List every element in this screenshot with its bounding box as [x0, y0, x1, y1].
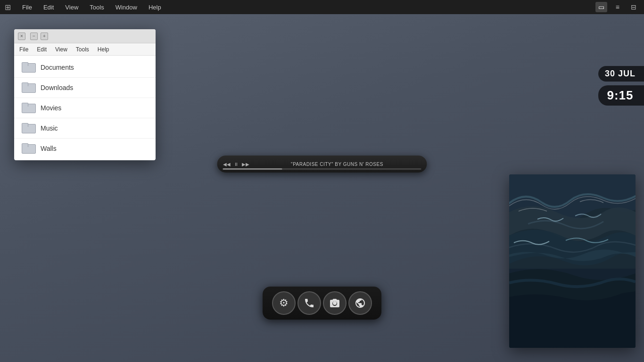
window-menu-file[interactable]: File — [18, 45, 30, 54]
top-menu-tools[interactable]: Tools — [88, 3, 106, 12]
top-menu-window[interactable]: Window — [114, 3, 139, 12]
list-item[interactable]: Movies — [14, 98, 156, 118]
window-titlebar: × − + — [14, 29, 156, 43]
top-menu-view[interactable]: View — [63, 3, 80, 12]
monitor-icon[interactable]: ▭ — [595, 2, 607, 12]
media-progress-bar[interactable] — [223, 168, 421, 170]
media-pause-button[interactable]: ⏸ — [232, 162, 240, 167]
equalizer-icon[interactable]: ≡ — [613, 2, 622, 12]
media-controls: ◀◀ ⏸ ▶▶ — [223, 162, 249, 167]
window-close-button[interactable]: × — [18, 33, 25, 40]
list-item[interactable]: Music — [14, 118, 156, 139]
window-minimize-button[interactable]: − — [30, 33, 38, 40]
dock-settings-icon[interactable]: ⚙ — [272, 291, 296, 315]
list-item[interactable]: Downloads — [14, 78, 156, 98]
window-menubar: File Edit View Tools Help — [14, 43, 156, 56]
window-menu-tools[interactable]: Tools — [74, 45, 91, 54]
svg-point-0 — [333, 301, 337, 305]
dock-camera-icon[interactable] — [323, 291, 347, 315]
folder-name: Movies — [41, 104, 61, 112]
folder-icon — [22, 123, 35, 133]
window-maximize-button[interactable]: + — [41, 33, 48, 40]
ocean-image — [509, 174, 636, 348]
list-item[interactable]: Walls — [14, 139, 156, 158]
list-item[interactable]: Documents — [14, 58, 156, 78]
date-badge: 30 JUL — [598, 66, 644, 82]
dock: ⚙ — [272, 291, 372, 315]
time-badge: 9:15 — [598, 85, 644, 106]
media-next-button[interactable]: ▶▶ — [242, 162, 249, 167]
grid-icon[interactable]: ⊞ — [5, 3, 11, 12]
folder-name: Documents — [41, 64, 74, 71]
file-list: Documents Downloads Movies Music Walls — [14, 56, 156, 160]
window-menu-view[interactable]: View — [54, 45, 69, 54]
top-right-icons: ▭ ≡ ⊟ — [595, 2, 639, 12]
folder-name: Downloads — [41, 84, 73, 91]
top-menu-edit[interactable]: Edit — [41, 3, 56, 12]
folder-icon — [22, 143, 35, 154]
dock-globe-icon[interactable] — [348, 291, 372, 315]
top-menubar: ⊞ File Edit View Tools Window Help ▭ ≡ ⊟ — [0, 0, 644, 14]
window-menu-edit[interactable]: Edit — [35, 45, 48, 54]
top-menu-items: File Edit View Tools Window Help — [20, 3, 595, 12]
folder-name: Walls — [41, 145, 57, 152]
folder-icon — [22, 103, 35, 113]
dock-phone-icon[interactable] — [297, 291, 321, 315]
date-time-widget: 30 JUL 9:15 — [598, 66, 644, 106]
media-player: ◀◀ ⏸ ▶▶ "PARADISE CITY" BY GUNS N' ROSES — [217, 156, 427, 173]
media-progress-fill — [223, 168, 282, 170]
sliders-icon[interactable]: ⊟ — [628, 2, 639, 12]
top-menu-help[interactable]: Help — [147, 3, 163, 12]
folder-icon — [22, 62, 35, 73]
file-manager-window: × − + File Edit View Tools Help Document… — [14, 29, 156, 160]
folder-icon — [22, 82, 35, 93]
media-track-label: "PARADISE CITY" BY GUNS N' ROSES — [253, 162, 421, 167]
media-prev-button[interactable]: ◀◀ — [223, 162, 231, 167]
window-menu-help[interactable]: Help — [96, 45, 111, 54]
ocean-image-widget — [509, 174, 636, 348]
folder-name: Music — [41, 124, 58, 132]
top-menu-file[interactable]: File — [20, 3, 34, 12]
